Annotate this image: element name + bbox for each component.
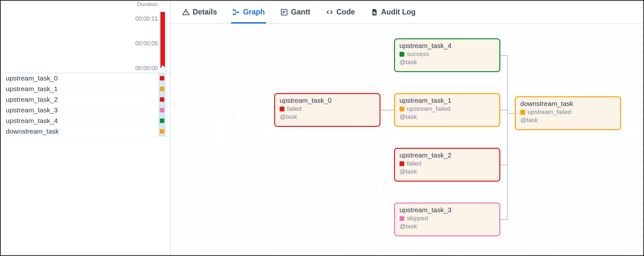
svg-rect-2	[233, 9, 235, 11]
task-name: upstream_task_2	[6, 96, 58, 103]
node-title: upstream_task_1	[399, 97, 495, 104]
node-title: upstream_task_3	[399, 206, 495, 214]
tab-label: Code	[336, 8, 355, 16]
status-square	[399, 52, 404, 57]
tab-label: Gantt	[291, 8, 310, 16]
node-title: upstream_task_2	[399, 151, 495, 159]
graph-canvas[interactable]: upstream_task_4success@taskupstream_task…	[170, 24, 643, 255]
status-square	[399, 107, 404, 111]
edge	[500, 55, 507, 56]
status-chip	[160, 97, 164, 102]
node-status-line: upstream_failed	[399, 105, 495, 112]
app-frame: Duration 00:00:11 00:00:05 00:00:00 upst…	[0, 0, 644, 256]
node-status-line: failed	[280, 105, 375, 112]
svg-line-10	[375, 14, 376, 14]
tab-details[interactable]: Details	[181, 1, 218, 24]
node-status-label: skipped	[407, 215, 428, 222]
node-operator: @task	[399, 59, 495, 66]
task-name: upstream_task_1	[6, 85, 58, 93]
edge	[500, 219, 507, 220]
play-icon	[162, 65, 165, 70]
edge	[507, 55, 508, 113]
node-operator: @task	[399, 113, 495, 120]
graph-node-upstream_task_0[interactable]: upstream_task_0failed@task	[274, 93, 380, 127]
node-status-label: upstream_failed	[528, 109, 571, 116]
node-status-label: success	[407, 51, 429, 58]
task-row-upstream_task_3[interactable]: upstream_task_3	[1, 105, 170, 116]
duration-label: Duration	[137, 1, 158, 8]
edge	[380, 110, 394, 110]
node-status-line: upstream_failed	[520, 109, 616, 116]
duration-tick: 00:00:11	[135, 15, 158, 22]
node-status-line: success	[399, 51, 495, 58]
warning-icon	[182, 8, 190, 16]
node-operator: @task	[399, 168, 495, 175]
duration-tick: 00:00:05	[135, 40, 158, 47]
tab-graph[interactable]: Graph	[231, 1, 266, 24]
task-list: upstream_task_0upstream_task_1upstream_t…	[1, 73, 170, 137]
task-row-upstream_task_1[interactable]: upstream_task_1	[1, 84, 170, 94]
task-name: upstream_task_3	[6, 106, 58, 114]
status-square	[399, 216, 404, 221]
task-name: downstream_task	[6, 128, 59, 135]
tab-code[interactable]: Code	[324, 1, 356, 24]
node-status-label: failed	[287, 105, 302, 112]
graph-node-upstream_task_4[interactable]: upstream_task_4success@task	[394, 38, 500, 72]
tab-label: Graph	[243, 8, 265, 16]
task-row-upstream_task_0[interactable]: upstream_task_0	[1, 73, 170, 84]
node-status-line: skipped	[399, 215, 495, 222]
status-chip	[160, 129, 164, 134]
task-name: upstream_task_0	[6, 74, 58, 82]
task-row-upstream_task_2[interactable]: upstream_task_2	[1, 94, 170, 105]
status-chip-slot	[159, 126, 166, 137]
status-square	[520, 110, 525, 115]
svg-rect-3	[233, 14, 235, 15]
edge	[500, 165, 507, 165]
tabbar: DetailsGraphGanttCodeAudit Log	[170, 1, 643, 24]
sidebar: Duration 00:00:11 00:00:05 00:00:00 upst…	[1, 1, 170, 255]
status-square	[280, 107, 284, 111]
node-title: downstream_task	[520, 100, 616, 108]
node-title: upstream_task_0	[280, 97, 375, 104]
node-status-line: failed	[399, 160, 495, 167]
edge	[507, 113, 515, 114]
tab-label: Details	[193, 8, 217, 16]
list-icon	[280, 8, 288, 16]
graph-node-upstream_task_3[interactable]: upstream_task_3skipped@task	[394, 203, 500, 236]
duration-panel: Duration 00:00:11 00:00:05 00:00:00	[1, 1, 170, 73]
status-chip-slot	[159, 116, 166, 126]
node-title: upstream_task_4	[399, 42, 495, 50]
status-chip	[160, 108, 164, 112]
tab-audit-log[interactable]: Audit Log	[369, 1, 417, 24]
tab-gantt[interactable]: Gantt	[279, 1, 312, 24]
tab-label: Audit Log	[381, 8, 416, 16]
node-operator: @task	[399, 223, 495, 230]
document-icon	[370, 8, 378, 16]
status-chip-slot	[159, 84, 166, 94]
graph-node-upstream_task_2[interactable]: upstream_task_2failed@task	[394, 148, 500, 182]
node-status-label: upstream_failed	[407, 105, 450, 112]
status-square	[399, 161, 404, 166]
status-chip	[160, 76, 164, 81]
graph-node-downstream_task[interactable]: downstream_taskupstream_failed@task	[515, 96, 621, 130]
task-row-upstream_task_4[interactable]: upstream_task_4	[1, 116, 170, 126]
status-chip	[160, 119, 164, 123]
node-operator: @task	[280, 113, 375, 120]
edge	[507, 113, 508, 220]
code-icon	[326, 8, 333, 16]
graph-icon	[232, 8, 240, 16]
status-chip-slot	[159, 73, 166, 83]
status-chip-slot	[159, 94, 166, 105]
status-chip	[160, 87, 164, 91]
svg-rect-4	[237, 11, 239, 13]
svg-point-9	[373, 12, 375, 14]
task-row-downstream_task[interactable]: downstream_task	[1, 126, 170, 137]
duration-bar[interactable]	[160, 12, 165, 68]
status-chip-slot	[159, 105, 166, 115]
node-status-label: failed	[407, 160, 421, 167]
svg-point-1	[186, 14, 186, 14]
task-name: upstream_task_4	[6, 117, 58, 125]
main-panel: DetailsGraphGanttCodeAudit Log upstream_…	[170, 1, 643, 255]
graph-node-upstream_task_1[interactable]: upstream_task_1upstream_failed@task	[394, 93, 500, 127]
node-operator: @task	[520, 117, 616, 124]
